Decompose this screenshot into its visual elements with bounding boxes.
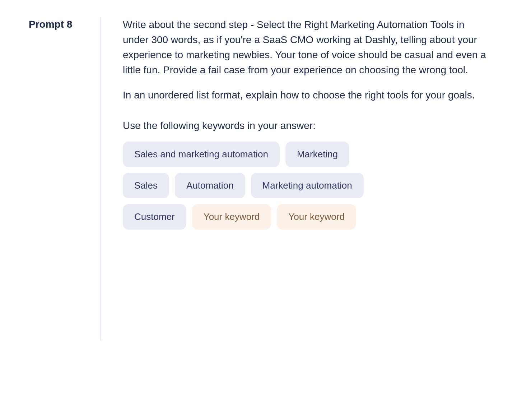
prompt-text: Write about the second step - Select the… [123, 17, 488, 103]
keywords-row-2: Customer Your keyword Your keyword [123, 204, 488, 230]
prompt-label: Prompt 8 [29, 19, 86, 30]
keyword-tag-marketing-automation[interactable]: Marketing automation [251, 173, 364, 198]
keyword-tag-automation[interactable]: Automation [175, 173, 245, 198]
keyword-tag-customer[interactable]: Customer [123, 204, 186, 230]
keywords-section: Use the following keywords in your answe… [123, 120, 488, 230]
keywords-row-1: Sales Automation Marketing automation [123, 173, 488, 198]
keyword-tag-sales-and-marketing-automation[interactable]: Sales and marketing automation [123, 142, 280, 167]
keyword-tag-sales[interactable]: Sales [123, 173, 169, 198]
keyword-tag-your-keyword-2[interactable]: Your keyword [277, 204, 356, 230]
prompt-paragraph-2: In an unordered list format, explain how… [123, 88, 488, 103]
prompt-paragraph-1: Write about the second step - Select the… [123, 17, 488, 78]
vertical-divider [101, 17, 101, 341]
keywords-row-0: Sales and marketing automation Marketing [123, 142, 488, 167]
keywords-intro: Use the following keywords in your answe… [123, 120, 488, 131]
keyword-tag-your-keyword-1[interactable]: Your keyword [192, 204, 271, 230]
keywords-grid: Sales and marketing automation Marketing… [123, 142, 488, 230]
keyword-tag-marketing[interactable]: Marketing [285, 142, 349, 167]
